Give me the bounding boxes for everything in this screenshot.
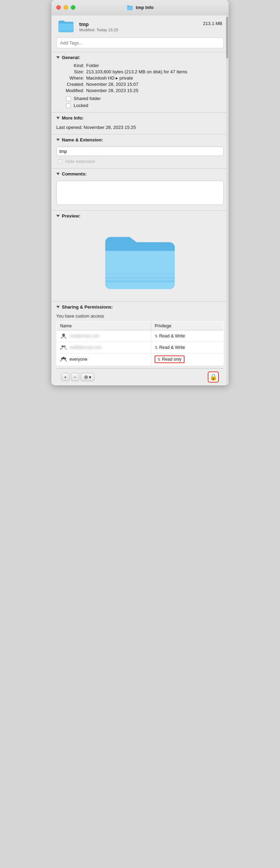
more-info-section-header[interactable]: More Info: — [51, 113, 229, 123]
comments-section-label: Comments: — [62, 171, 87, 177]
comments-section-header[interactable]: Comments: — [51, 169, 229, 179]
privilege-cell-3[interactable]: ⇅ Read only — [151, 353, 224, 366]
plus-icon: + — [64, 375, 67, 380]
name-ext-section: Name & Extension: Hide extension — [51, 134, 229, 168]
user-group-icon — [60, 344, 67, 351]
maximize-button[interactable] — [71, 5, 75, 10]
lock-button[interactable]: 🔒 — [208, 371, 219, 383]
gear-chevron-icon: ▾ — [89, 375, 91, 380]
hide-extension-label: Hide extension — [65, 159, 95, 164]
file-size: 213.1 MB — [203, 21, 222, 26]
custom-access-text: You have custom access — [56, 314, 224, 319]
kind-row: Kind: Folder — [59, 63, 224, 68]
folder-icon-large — [58, 19, 74, 33]
everyone-icon — [60, 356, 67, 363]
close-button[interactable] — [56, 5, 61, 10]
general-section: General: Kind: Folder Size: 213,103,600 … — [51, 52, 229, 112]
col-privilege-header: Privilege — [151, 322, 224, 330]
user-cell-1: me@email.com — [57, 330, 151, 342]
updown-arrows-2: ⇅ — [155, 346, 158, 350]
file-info: tmp Modified: Today 15:25 — [79, 21, 198, 32]
comments-textarea[interactable] — [56, 181, 224, 205]
kind-value: Folder — [86, 63, 99, 68]
permissions-table: Name Privilege — [56, 321, 224, 366]
sharing-section-header[interactable]: Sharing & Permissions: — [51, 302, 229, 312]
more-info-section-label: More Info: — [62, 115, 84, 121]
svg-point-0 — [62, 334, 65, 336]
locked-label: Locked — [74, 103, 88, 108]
read-only-privilege[interactable]: ⇅ Read only — [155, 355, 184, 363]
name-ext-triangle-icon — [56, 139, 60, 141]
content-area: tmp Modified: Today 15:25 213.1 MB Gener… — [51, 15, 229, 385]
add-permission-button[interactable]: + — [61, 373, 69, 381]
updown-arrows-3: ⇅ — [157, 358, 160, 361]
last-opened-label: Last opened: — [56, 125, 82, 130]
title-bar: tmp Info — [51, 0, 229, 15]
privilege-value-everyone: Read only — [162, 357, 181, 362]
preview-folder-icon — [102, 225, 178, 294]
more-info-section: More Info: Last opened: November 28, 202… — [51, 112, 229, 134]
file-name: tmp — [79, 21, 198, 27]
preview-section-label: Preview: — [62, 213, 80, 219]
created-row: Created: November 28, 2023 15:07 — [59, 82, 224, 87]
user-single-icon — [60, 333, 67, 339]
col-name-header: Name — [57, 322, 151, 330]
filename-input[interactable] — [56, 147, 224, 156]
comments-section: Comments: — [51, 168, 229, 210]
sharing-content: You have custom access Name Privilege — [51, 312, 229, 385]
privilege-value-1: Read & Write — [159, 334, 185, 338]
remove-permission-button[interactable]: − — [71, 373, 79, 381]
privilege-value-2: Read & Write — [159, 345, 185, 350]
hide-extension-row: Hide extension — [56, 159, 224, 164]
name-ext-section-header[interactable]: Name & Extension: — [51, 134, 229, 145]
scrollbar[interactable] — [226, 15, 229, 385]
size-row: Size: 213,103,600 bytes (213.2 MB on dis… — [59, 69, 224, 74]
svg-point-2 — [64, 345, 66, 347]
preview-section: Preview: — [51, 210, 229, 301]
general-section-label: General: — [62, 55, 80, 60]
shared-folder-checkbox[interactable] — [66, 96, 71, 101]
more-info-triangle-icon — [56, 117, 60, 119]
folder-icon-title — [126, 5, 133, 10]
created-value: November 28, 2023 15:07 — [86, 82, 138, 87]
last-opened-value: November 28, 2023 15:25 — [84, 125, 136, 130]
modified-value: November 28, 2023 15:25 — [86, 88, 138, 93]
sharing-triangle-icon — [56, 306, 60, 308]
file-modified: Modified: Today 15:25 — [79, 28, 198, 32]
scrollbar-thumb[interactable] — [226, 17, 228, 58]
finder-info-window: tmp Info tmp Modified: Today 15:25 213.1… — [51, 0, 229, 385]
sharing-section: Sharing & Permissions: You have custom a… — [51, 301, 229, 385]
shared-folder-row: Shared folder — [66, 96, 224, 101]
preview-triangle-icon — [56, 215, 60, 217]
preview-section-header[interactable]: Preview: — [51, 211, 229, 221]
file-header: tmp Modified: Today 15:25 213.1 MB — [51, 15, 229, 38]
name-ext-content: Hide extension — [51, 145, 229, 168]
gear-menu-button[interactable]: ⚙ ▾ — [81, 373, 94, 381]
table-row: everyone ⇅ Read only — [57, 353, 224, 366]
general-section-content: Kind: Folder Size: 213,103,600 bytes (21… — [51, 63, 229, 112]
window-title: tmp Info — [126, 5, 154, 10]
size-value: 213,103,600 bytes (213.2 MB on disk) for… — [86, 69, 187, 74]
svg-point-1 — [61, 345, 64, 347]
sharing-section-label: Sharing & Permissions: — [62, 304, 113, 310]
user-name-everyone: everyone — [69, 357, 87, 362]
user-cell-3: everyone — [57, 353, 151, 366]
permissions-toolbar: + − ⚙ ▾ 🔒 — [56, 368, 224, 385]
window-title-text: tmp Info — [136, 5, 154, 10]
locked-checkbox[interactable] — [66, 103, 71, 108]
lock-icon: 🔒 — [209, 373, 217, 381]
preview-content — [51, 221, 229, 301]
general-triangle-icon — [56, 56, 60, 59]
tags-input[interactable] — [56, 38, 224, 48]
more-info-content: Last opened: November 28, 2023 15:25 — [51, 123, 229, 134]
updown-arrows-1: ⇅ — [155, 334, 158, 338]
user-name-1: me@email.com — [69, 334, 100, 338]
table-row: me@email.com ⇅ Read & Write — [57, 330, 224, 342]
user-name-2: staff@email.com — [69, 345, 102, 350]
minimize-button[interactable] — [64, 5, 68, 10]
hide-extension-checkbox[interactable] — [58, 159, 63, 164]
general-section-header[interactable]: General: — [51, 52, 229, 63]
locked-row: Locked — [66, 103, 224, 108]
user-cell-2: staff@email.com — [57, 342, 151, 353]
where-label: Where: — [59, 75, 84, 81]
